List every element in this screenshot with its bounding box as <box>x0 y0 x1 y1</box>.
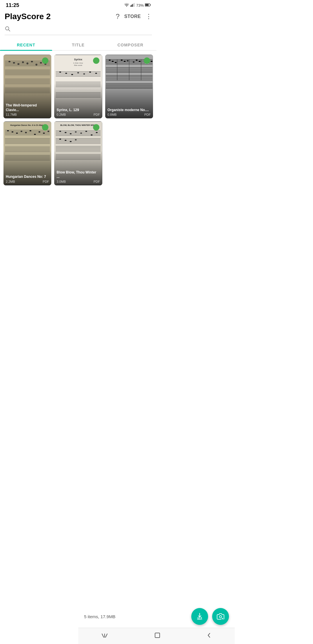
svg-point-59 <box>59 72 61 73</box>
card-meta-1: 11.7MB <box>6 113 49 116</box>
svg-point-96 <box>133 61 134 62</box>
card-meta-5: 3.0MB PDF <box>57 180 100 183</box>
score-card-2[interactable]: Syrinx à Jean Jouy flûte seule <box>54 55 102 118</box>
status-bar: 11:25 73% <box>0 0 156 10</box>
card-title-2: Syrinx, L. 129 <box>57 108 100 113</box>
card-title-4: Hungarian Dances No: 7 <box>6 175 49 179</box>
svg-rect-0 <box>130 6 131 7</box>
card-size-4: 2.2MB <box>6 180 15 183</box>
svg-rect-1 <box>131 5 132 7</box>
svg-rect-4 <box>134 3 135 7</box>
card-size-3: 0.8MB <box>108 113 117 116</box>
help-button[interactable]: ? <box>116 12 119 21</box>
card-size-1: 11.7MB <box>6 113 17 116</box>
svg-point-95 <box>127 60 128 61</box>
app-title: PlayScore 2 <box>5 12 116 21</box>
sync-dot-5 <box>93 124 99 131</box>
svg-text:BLOW, BLOW, THOU WINTER WIND: BLOW, BLOW, THOU WINTER WIND <box>60 124 96 127</box>
svg-point-37 <box>36 64 37 65</box>
svg-point-156 <box>59 131 61 132</box>
svg-rect-6 <box>145 4 149 6</box>
app-bar: PlayScore 2 ? STORE ⋮ <box>0 10 156 25</box>
svg-point-157 <box>65 132 66 133</box>
card-title-5: Blow Blow, Thou Winter ... <box>57 170 100 179</box>
svg-point-126 <box>16 133 18 134</box>
card-title-1: The Well-tempered Clavie... <box>6 103 49 112</box>
search-input[interactable] <box>13 26 152 32</box>
svg-point-101 <box>151 61 152 62</box>
svg-point-93 <box>121 59 122 61</box>
tab-title[interactable]: TITLE <box>52 39 104 50</box>
score-card-4[interactable]: Hungarian Dance No. 6 in D♭ Major <box>3 121 51 185</box>
svg-point-165 <box>65 140 66 141</box>
svg-point-159 <box>75 131 77 133</box>
svg-point-160 <box>80 133 82 134</box>
svg-point-129 <box>30 130 31 131</box>
tab-recent[interactable]: RECENT <box>0 39 52 50</box>
svg-text:Syrinx: Syrinx <box>74 58 83 61</box>
sync-dot-2 <box>93 57 99 64</box>
svg-point-31 <box>9 61 10 62</box>
svg-rect-2 <box>132 4 133 7</box>
svg-text:à Jean Jouy: à Jean Jouy <box>73 62 83 64</box>
svg-point-65 <box>95 73 97 74</box>
battery-text: 73% <box>136 3 144 8</box>
card-text-4: Hungarian Dances No: 7 2.2MB PDF <box>3 173 51 185</box>
svg-point-63 <box>83 73 85 75</box>
status-icons: 73% <box>124 3 151 8</box>
svg-point-125 <box>12 131 13 133</box>
card-text-5: Blow Blow, Thou Winter ... 3.0MB PDF <box>54 169 102 185</box>
sync-dot-3 <box>144 57 150 64</box>
tab-composer[interactable]: COMPOSER <box>104 39 156 50</box>
svg-point-164 <box>59 139 61 140</box>
tabs: RECENT TITLE COMPOSER <box>0 39 156 50</box>
help-icon: ? <box>116 12 119 21</box>
wifi-icon <box>124 3 129 8</box>
svg-point-163 <box>96 132 98 133</box>
svg-point-94 <box>124 61 125 62</box>
more-icon: ⋮ <box>145 13 152 20</box>
svg-point-32 <box>13 62 15 64</box>
card-type-4: PDF <box>43 180 49 183</box>
svg-point-131 <box>39 131 40 133</box>
card-size-5: 3.0MB <box>57 180 66 183</box>
score-card-1[interactable]: The Well-tempered Clavie... 11.7MB <box>3 55 51 118</box>
svg-point-158 <box>70 133 72 134</box>
card-type-5: PDF <box>94 180 100 183</box>
svg-text:Hungarian Dance No. 6 in D♭ Ma: Hungarian Dance No. 6 in D♭ Major <box>10 124 45 127</box>
svg-point-60 <box>65 73 67 74</box>
app-bar-actions: ? STORE ⋮ <box>116 12 152 21</box>
svg-point-97 <box>136 59 137 61</box>
svg-point-130 <box>34 134 36 135</box>
svg-point-38 <box>40 62 42 64</box>
svg-point-162 <box>91 135 92 136</box>
svg-point-98 <box>139 61 140 62</box>
svg-point-167 <box>75 139 77 140</box>
search-bar <box>0 25 156 35</box>
svg-line-9 <box>8 30 10 31</box>
search-input-wrap <box>5 26 152 35</box>
svg-rect-3 <box>133 3 134 7</box>
card-type-3: PDF <box>144 113 151 116</box>
svg-point-91 <box>112 61 113 62</box>
svg-point-35 <box>27 63 28 64</box>
svg-point-61 <box>71 74 73 75</box>
svg-rect-7 <box>150 4 151 6</box>
svg-point-33 <box>18 63 19 65</box>
card-meta-4: 2.2MB PDF <box>6 180 49 183</box>
score-card-3[interactable]: Organiste moderne No.... 0.8MB PDF <box>105 55 153 118</box>
svg-point-62 <box>77 72 79 73</box>
card-meta-3: 0.8MB PDF <box>108 113 151 116</box>
store-button[interactable]: STORE <box>124 14 141 19</box>
svg-point-90 <box>109 59 110 61</box>
svg-point-161 <box>85 131 87 132</box>
card-title-3: Organiste moderne No.... <box>108 108 151 113</box>
svg-point-166 <box>70 141 72 142</box>
svg-point-34 <box>22 61 24 63</box>
svg-point-133 <box>48 131 49 132</box>
signal-icon <box>130 3 135 8</box>
more-button[interactable]: ⋮ <box>145 13 152 20</box>
score-card-5[interactable]: BLOW, BLOW, THOU WINTER WIND <box>54 121 102 185</box>
battery-icon <box>145 3 151 8</box>
card-text-3: Organiste moderne No.... 0.8MB PDF <box>105 106 153 119</box>
